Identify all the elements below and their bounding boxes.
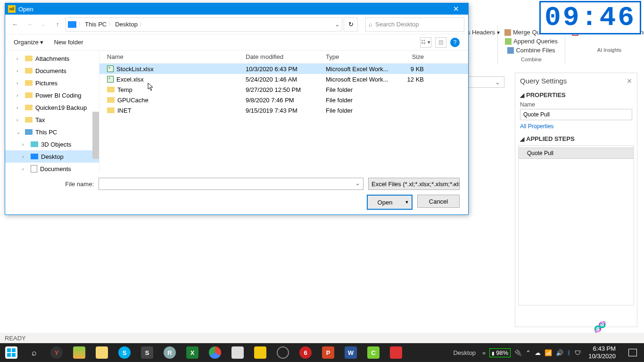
bluetooth-icon[interactable]: ᛒ [567, 349, 571, 356]
app-snagit[interactable]: S [136, 343, 158, 362]
file-row[interactable]: Temp9/27/2020 12:50 PMFile folder [99, 84, 468, 95]
col-name[interactable]: Name [99, 53, 246, 60]
wifi-icon[interactable]: 📶 [545, 349, 552, 356]
chevron-icon[interactable]: › [22, 154, 28, 159]
append-queries-button[interactable]: Append Queries [502, 37, 561, 46]
scrollbar-thumb[interactable] [92, 112, 99, 159]
back-button[interactable]: ← [9, 18, 21, 31]
app-powerpoint[interactable]: P [317, 343, 339, 362]
app-notes[interactable] [226, 343, 249, 362]
chevron-down-icon[interactable]: ⌄ [335, 21, 340, 28]
close-icon[interactable]: ✕ [627, 77, 632, 85]
chevron-icon[interactable]: › [17, 68, 22, 74]
open-file-dialog: nil Open ✕ ← → ⌄ ↑ 〉 This PC 〉 Desktop 〉… [5, 3, 469, 215]
properties-header[interactable]: ◢ PROPERTIES [520, 91, 632, 99]
col-type[interactable]: Type [326, 53, 392, 60]
applied-steps-header[interactable]: ◢ APPLIED STEPS [520, 135, 632, 142]
open-button[interactable]: Open [368, 196, 403, 209]
query-name-input[interactable] [520, 109, 632, 120]
col-size[interactable]: Size [392, 53, 429, 60]
app-powerbi[interactable] [249, 343, 272, 362]
app-chrome[interactable] [204, 343, 226, 362]
breadcrumb-desktop[interactable]: Desktop [115, 21, 138, 28]
chevron-right-icon[interactable]: 〉 [108, 21, 113, 28]
breadcrumb-bar[interactable]: 〉 This PC 〉 Desktop 〉 ⌄ [66, 17, 342, 32]
app-excel[interactable]: X [181, 343, 204, 362]
help-button[interactable]: ? [450, 38, 460, 47]
open-dropdown[interactable]: ▼ [402, 196, 412, 209]
power-icon[interactable]: 🔌 [514, 349, 522, 356]
tree-item[interactable]: ⌄This PC [5, 126, 99, 138]
tree-item[interactable]: ›Attachments [5, 52, 99, 65]
tree-item[interactable]: ›Documents [5, 65, 99, 77]
chevron-icon[interactable]: › [22, 142, 28, 147]
tree-item[interactable]: ›Desktop [5, 150, 99, 163]
organize-menu[interactable]: Organize ▾ [14, 39, 43, 46]
volume-icon[interactable]: 🔊 [556, 349, 563, 356]
chevron-icon[interactable]: › [17, 93, 22, 98]
tray-chevron-icon[interactable]: ⌃ [526, 349, 531, 356]
app-r[interactable]: R [158, 343, 181, 362]
all-properties-link[interactable]: All Properties [520, 123, 553, 130]
tree-item[interactable]: ›Power BI Coding [5, 89, 99, 101]
chevron-icon[interactable]: › [22, 166, 28, 172]
chevron-icon[interactable]: › [17, 81, 22, 86]
notifications-button[interactable] [623, 343, 642, 362]
navigation-tree[interactable]: ›Attachments›Documents›Pictures›Power BI… [5, 50, 99, 173]
app-camtasia[interactable]: C [362, 343, 385, 362]
battery-indicator[interactable]: ▮ 98% [489, 348, 511, 357]
file-name-input[interactable] [99, 178, 363, 190]
app-chameleon[interactable] [68, 343, 91, 362]
close-button[interactable]: ✕ [446, 5, 465, 13]
desktop-label[interactable]: Desktop [453, 349, 476, 356]
file-row[interactable]: GPUCache9/8/2020 7:46 PMFile folder [99, 95, 468, 105]
app-yandex[interactable]: Y [45, 343, 68, 362]
column-headers[interactable]: Name Date modified Type Size [99, 50, 468, 64]
applied-step-item[interactable]: Quote Pull [519, 148, 634, 159]
app-word[interactable]: W [339, 343, 362, 362]
start-button[interactable] [0, 343, 23, 362]
file-row[interactable]: StockList.xlsx10/3/2020 6:43 PMMicrosoft… [99, 64, 468, 74]
cancel-button[interactable]: Cancel [417, 195, 460, 208]
recent-dropdown[interactable]: ⌄ [37, 18, 50, 31]
app-explorer[interactable] [91, 343, 113, 362]
file-row[interactable]: Excel.xlsx5/24/2020 1:46 AMMicrosoft Exc… [99, 74, 468, 84]
search-input[interactable]: ⌕ Search Desktop [365, 17, 464, 32]
tree-item[interactable]: ›3D Objects [5, 138, 99, 150]
name-label: Name [520, 101, 632, 108]
refresh-button[interactable]: ↻ [344, 17, 358, 32]
pc-icon [25, 129, 33, 135]
tree-item[interactable]: ›Quicken19 Backup [5, 101, 99, 114]
app-dragon[interactable]: 6 [294, 343, 317, 362]
chevron-right-icon[interactable]: 〉 [140, 21, 144, 28]
ai-insights-label: AI Insights [597, 47, 621, 53]
chevron-icon[interactable]: › [17, 117, 22, 123]
combine-files-button[interactable]: Combine Files [504, 46, 558, 55]
search-taskbar[interactable]: ⌕ [23, 343, 45, 362]
chevron-icon[interactable]: › [17, 56, 22, 61]
chevron-icon[interactable]: ⌄ [17, 130, 22, 135]
file-type-filter[interactable]: Excel Files (*.xl;*.xlsx;*.xlsm;*.xlsb [368, 178, 460, 190]
tree-item[interactable]: ›Documents [5, 163, 99, 173]
shield-icon[interactable]: 🛡 [575, 349, 581, 356]
app-circle[interactable] [272, 343, 294, 362]
taskbar[interactable]: ⌕ Y S S R X 6 P W C Desktop » ▮ 98% 🔌 ⌃ … [0, 343, 644, 362]
up-button[interactable]: ↑ [51, 18, 64, 31]
app-rec[interactable] [385, 343, 407, 362]
view-mode-button[interactable]: ☷ ▾ [420, 37, 431, 48]
onedrive-icon[interactable]: ☁ [535, 349, 541, 356]
chevron-right-icon[interactable]: 〉 [78, 21, 83, 28]
breadcrumb-this-pc[interactable]: This PC [85, 21, 107, 28]
chevron-icon[interactable]: › [17, 105, 22, 110]
col-date[interactable]: Date modified [246, 53, 326, 60]
app-skype[interactable]: S [113, 343, 136, 362]
tree-item[interactable]: ›Tax [5, 114, 99, 126]
folder-icon [25, 92, 33, 98]
file-row[interactable]: INET9/15/2019 7:43 PMFile folder [99, 105, 468, 115]
tree-item[interactable]: ›Pictures [5, 77, 99, 89]
new-folder-button[interactable]: New folder [54, 39, 83, 46]
dialog-titlebar[interactable]: nil Open ✕ [5, 3, 468, 15]
clock[interactable]: 6:43 PM 10/3/2020 [585, 345, 619, 360]
preview-pane-button[interactable]: ◫ [435, 37, 446, 48]
headers-button[interactable]: s Headers ▾ [464, 28, 503, 37]
